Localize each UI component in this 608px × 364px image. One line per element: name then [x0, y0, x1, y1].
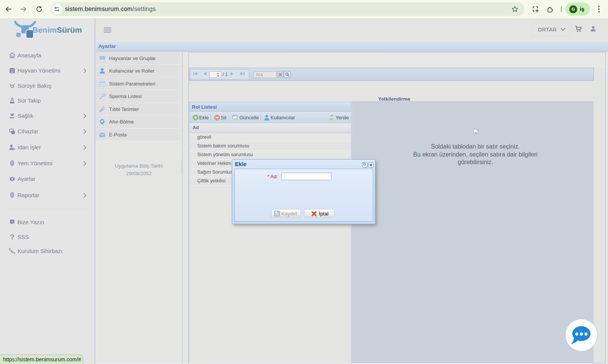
svg-text:?: ? [10, 233, 14, 241]
svg-text:?: ? [11, 220, 13, 223]
